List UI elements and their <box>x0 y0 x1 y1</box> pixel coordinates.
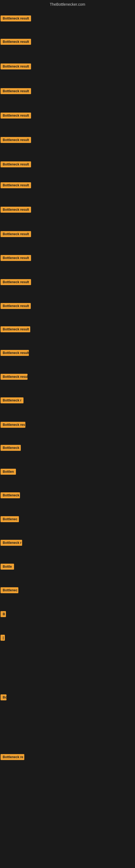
bottleneck-result-item[interactable]: Bottleneck result <box>1 113 31 120</box>
bottleneck-badge: Bo <box>1 694 6 701</box>
bottleneck-badge: Bottleneck result <box>1 39 31 45</box>
bottleneck-badge: Bottleneck result <box>1 350 29 356</box>
bottleneck-badge: Bottleneck result <box>1 63 31 69</box>
bottleneck-badge: Bottleneck r <box>1 540 22 546</box>
bottleneck-badge: Bottleneck result <box>1 113 31 119</box>
bottleneck-result-item[interactable]: Bottlenec <box>1 587 18 594</box>
bottleneck-badge: B <box>1 611 6 617</box>
bottleneck-result-item[interactable]: Bottlenec <box>1 516 19 523</box>
bottleneck-badge: Bottleneck result <box>1 88 31 94</box>
bottleneck-result-item[interactable]: Bottleneck result <box>1 303 31 310</box>
bottleneck-badge: Bottle <box>1 564 14 569</box>
bottleneck-badge: Bottleneck result <box>1 137 31 143</box>
bottleneck-result-item[interactable]: Bottleneck <box>1 445 21 452</box>
bottleneck-badge: Bottleneck result <box>1 207 31 213</box>
bottleneck-badge: Bottleneck result <box>1 279 31 285</box>
bottleneck-badge: Bottleneck result <box>1 374 28 380</box>
bottleneck-result-item[interactable]: Bottleneck result <box>1 350 29 357</box>
bottleneck-result-item[interactable]: Bottleneck result <box>1 279 31 286</box>
bottleneck-result-item[interactable]: Bottleneck res <box>1 422 26 429</box>
bottleneck-badge: Bottleneck r <box>1 397 24 403</box>
bottleneck-result-item[interactable]: Bottlen <box>1 469 16 476</box>
bottleneck-badge: Bottleneck result <box>1 326 30 332</box>
bottleneck-result-item[interactable]: Bottleneck re <box>1 754 24 761</box>
bottleneck-badge: Bottlenec <box>1 587 18 593</box>
bottleneck-badge: Bottleneck result <box>1 303 31 309</box>
bottleneck-badge: Bottleneck result <box>1 231 31 237</box>
bottleneck-result-item[interactable]: Bottle <box>1 564 14 571</box>
bottleneck-result-item[interactable]: Bottleneck result <box>1 326 30 333</box>
bottleneck-badge: Bottleneck <box>1 445 21 451</box>
bottleneck-badge: Bottleneck result <box>1 255 31 261</box>
bottleneck-badge: Bottleneck result <box>1 161 31 167</box>
bottleneck-badge: Bottleneck re <box>1 754 24 760</box>
bottleneck-result-item[interactable]: Bottleneck result <box>1 88 31 95</box>
bottleneck-result-item[interactable]: Bottleneck result <box>1 63 31 70</box>
bottleneck-result-item[interactable]: Bottleneck result <box>1 137 31 144</box>
bottleneck-result-item[interactable]: Bottleneck r <box>1 540 22 547</box>
bottleneck-result-item[interactable]: Bottleneck result <box>1 39 31 46</box>
bottleneck-badge: Bottleneck result <box>1 16 31 22</box>
bottleneck-badge: Bottleneck res <box>1 422 26 428</box>
bottleneck-result-item[interactable]: Bottleneck result <box>1 16 31 23</box>
bottleneck-result-item[interactable]: Bo <box>1 694 6 702</box>
bottleneck-result-item[interactable]: Bottleneck result <box>1 231 31 238</box>
bottleneck-result-item[interactable]: Bottleneck r <box>1 397 24 404</box>
bottleneck-badge: Bottlenec <box>1 516 19 522</box>
bottleneck-result-item[interactable]: Bottleneck result <box>1 182 31 189</box>
bottleneck-result-item[interactable]: Bottleneck result <box>1 255 31 262</box>
bottleneck-badge: | <box>1 635 5 641</box>
bottleneck-result-item[interactable]: Bottleneck result <box>1 161 31 168</box>
bottleneck-result-item[interactable]: Bottleneck result <box>1 374 28 381</box>
bottleneck-result-item[interactable]: | <box>1 635 5 642</box>
bottleneck-badge: Bottleneck result <box>1 182 31 188</box>
bottleneck-result-item[interactable]: B <box>1 611 6 618</box>
bottleneck-badge: Bottlen <box>1 469 16 475</box>
bottleneck-result-item[interactable]: Bottleneck <box>1 492 20 499</box>
bottleneck-badge: Bottleneck <box>1 492 20 498</box>
bottleneck-result-item[interactable]: Bottleneck result <box>1 207 31 214</box>
site-title: TheBottlenecker.com <box>0 0 135 9</box>
